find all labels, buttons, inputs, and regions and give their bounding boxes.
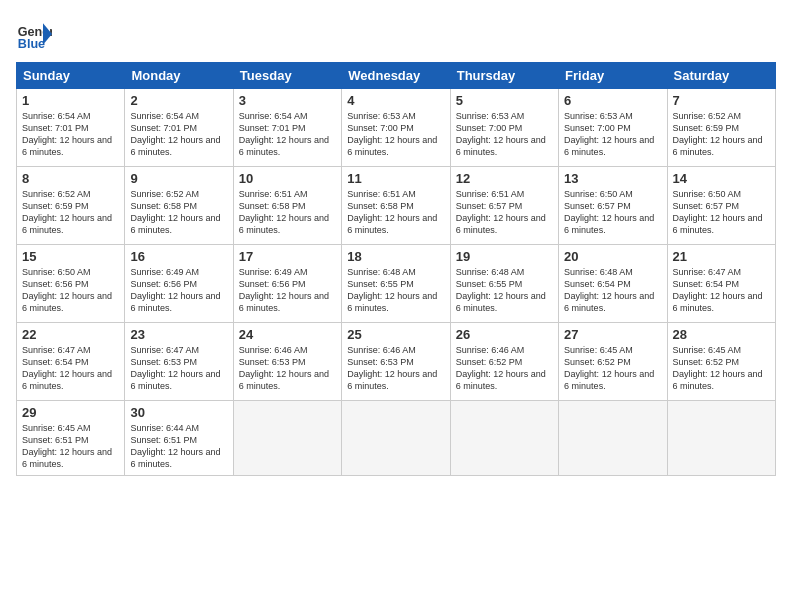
day-number: 9 [130, 171, 227, 186]
day-number: 19 [456, 249, 553, 264]
day-info: Sunrise: 6:51 AMSunset: 6:57 PMDaylight:… [456, 188, 553, 237]
calendar-cell [667, 401, 775, 476]
day-number: 3 [239, 93, 336, 108]
day-number: 5 [456, 93, 553, 108]
day-number: 8 [22, 171, 119, 186]
day-number: 24 [239, 327, 336, 342]
calendar-table: SundayMondayTuesdayWednesdayThursdayFrid… [16, 62, 776, 476]
calendar-cell: 25Sunrise: 6:46 AMSunset: 6:53 PMDayligh… [342, 323, 450, 401]
day-header-monday: Monday [125, 63, 233, 89]
calendar-cell: 15Sunrise: 6:50 AMSunset: 6:56 PMDayligh… [17, 245, 125, 323]
day-info: Sunrise: 6:47 AMSunset: 6:53 PMDaylight:… [130, 344, 227, 393]
day-number: 27 [564, 327, 661, 342]
day-info: Sunrise: 6:50 AMSunset: 6:56 PMDaylight:… [22, 266, 119, 315]
day-info: Sunrise: 6:53 AMSunset: 7:00 PMDaylight:… [347, 110, 444, 159]
calendar-cell: 17Sunrise: 6:49 AMSunset: 6:56 PMDayligh… [233, 245, 341, 323]
day-number: 7 [673, 93, 770, 108]
calendar-cell [559, 401, 667, 476]
day-number: 21 [673, 249, 770, 264]
day-number: 11 [347, 171, 444, 186]
day-header-tuesday: Tuesday [233, 63, 341, 89]
day-info: Sunrise: 6:53 AMSunset: 7:00 PMDaylight:… [564, 110, 661, 159]
day-number: 13 [564, 171, 661, 186]
day-info: Sunrise: 6:54 AMSunset: 7:01 PMDaylight:… [130, 110, 227, 159]
day-info: Sunrise: 6:47 AMSunset: 6:54 PMDaylight:… [22, 344, 119, 393]
calendar-cell: 19Sunrise: 6:48 AMSunset: 6:55 PMDayligh… [450, 245, 558, 323]
day-info: Sunrise: 6:48 AMSunset: 6:54 PMDaylight:… [564, 266, 661, 315]
calendar-cell: 20Sunrise: 6:48 AMSunset: 6:54 PMDayligh… [559, 245, 667, 323]
day-number: 12 [456, 171, 553, 186]
day-number: 18 [347, 249, 444, 264]
calendar-cell [450, 401, 558, 476]
day-info: Sunrise: 6:46 AMSunset: 6:53 PMDaylight:… [239, 344, 336, 393]
day-header-wednesday: Wednesday [342, 63, 450, 89]
calendar-cell: 6Sunrise: 6:53 AMSunset: 7:00 PMDaylight… [559, 89, 667, 167]
day-number: 2 [130, 93, 227, 108]
day-info: Sunrise: 6:45 AMSunset: 6:51 PMDaylight:… [22, 422, 119, 471]
calendar-cell: 9Sunrise: 6:52 AMSunset: 6:58 PMDaylight… [125, 167, 233, 245]
day-info: Sunrise: 6:48 AMSunset: 6:55 PMDaylight:… [347, 266, 444, 315]
day-info: Sunrise: 6:52 AMSunset: 6:59 PMDaylight:… [673, 110, 770, 159]
calendar-cell: 7Sunrise: 6:52 AMSunset: 6:59 PMDaylight… [667, 89, 775, 167]
day-info: Sunrise: 6:52 AMSunset: 6:58 PMDaylight:… [130, 188, 227, 237]
calendar-week-row: 15Sunrise: 6:50 AMSunset: 6:56 PMDayligh… [17, 245, 776, 323]
day-number: 20 [564, 249, 661, 264]
day-number: 10 [239, 171, 336, 186]
day-info: Sunrise: 6:54 AMSunset: 7:01 PMDaylight:… [22, 110, 119, 159]
day-info: Sunrise: 6:49 AMSunset: 6:56 PMDaylight:… [239, 266, 336, 315]
calendar-header-row: SundayMondayTuesdayWednesdayThursdayFrid… [17, 63, 776, 89]
calendar-week-row: 8Sunrise: 6:52 AMSunset: 6:59 PMDaylight… [17, 167, 776, 245]
day-info: Sunrise: 6:49 AMSunset: 6:56 PMDaylight:… [130, 266, 227, 315]
logo: General Blue [16, 16, 52, 52]
day-number: 29 [22, 405, 119, 420]
calendar-week-row: 29Sunrise: 6:45 AMSunset: 6:51 PMDayligh… [17, 401, 776, 476]
calendar-week-row: 1Sunrise: 6:54 AMSunset: 7:01 PMDaylight… [17, 89, 776, 167]
day-info: Sunrise: 6:48 AMSunset: 6:55 PMDaylight:… [456, 266, 553, 315]
day-header-sunday: Sunday [17, 63, 125, 89]
day-info: Sunrise: 6:51 AMSunset: 6:58 PMDaylight:… [239, 188, 336, 237]
calendar-cell: 11Sunrise: 6:51 AMSunset: 6:58 PMDayligh… [342, 167, 450, 245]
calendar-cell: 12Sunrise: 6:51 AMSunset: 6:57 PMDayligh… [450, 167, 558, 245]
day-number: 26 [456, 327, 553, 342]
calendar-cell: 8Sunrise: 6:52 AMSunset: 6:59 PMDaylight… [17, 167, 125, 245]
calendar-cell: 26Sunrise: 6:46 AMSunset: 6:52 PMDayligh… [450, 323, 558, 401]
day-info: Sunrise: 6:45 AMSunset: 6:52 PMDaylight:… [564, 344, 661, 393]
calendar-week-row: 22Sunrise: 6:47 AMSunset: 6:54 PMDayligh… [17, 323, 776, 401]
day-number: 6 [564, 93, 661, 108]
calendar-cell: 21Sunrise: 6:47 AMSunset: 6:54 PMDayligh… [667, 245, 775, 323]
day-info: Sunrise: 6:53 AMSunset: 7:00 PMDaylight:… [456, 110, 553, 159]
day-info: Sunrise: 6:50 AMSunset: 6:57 PMDaylight:… [673, 188, 770, 237]
calendar-cell: 28Sunrise: 6:45 AMSunset: 6:52 PMDayligh… [667, 323, 775, 401]
calendar-cell: 23Sunrise: 6:47 AMSunset: 6:53 PMDayligh… [125, 323, 233, 401]
calendar-cell: 10Sunrise: 6:51 AMSunset: 6:58 PMDayligh… [233, 167, 341, 245]
calendar-cell [342, 401, 450, 476]
day-number: 30 [130, 405, 227, 420]
day-info: Sunrise: 6:51 AMSunset: 6:58 PMDaylight:… [347, 188, 444, 237]
day-number: 1 [22, 93, 119, 108]
day-info: Sunrise: 6:54 AMSunset: 7:01 PMDaylight:… [239, 110, 336, 159]
calendar-cell: 29Sunrise: 6:45 AMSunset: 6:51 PMDayligh… [17, 401, 125, 476]
day-info: Sunrise: 6:46 AMSunset: 6:53 PMDaylight:… [347, 344, 444, 393]
day-number: 17 [239, 249, 336, 264]
day-number: 15 [22, 249, 119, 264]
day-info: Sunrise: 6:50 AMSunset: 6:57 PMDaylight:… [564, 188, 661, 237]
day-number: 16 [130, 249, 227, 264]
day-info: Sunrise: 6:44 AMSunset: 6:51 PMDaylight:… [130, 422, 227, 471]
day-number: 28 [673, 327, 770, 342]
calendar-cell: 5Sunrise: 6:53 AMSunset: 7:00 PMDaylight… [450, 89, 558, 167]
day-info: Sunrise: 6:52 AMSunset: 6:59 PMDaylight:… [22, 188, 119, 237]
day-info: Sunrise: 6:45 AMSunset: 6:52 PMDaylight:… [673, 344, 770, 393]
calendar-cell: 16Sunrise: 6:49 AMSunset: 6:56 PMDayligh… [125, 245, 233, 323]
calendar-cell: 13Sunrise: 6:50 AMSunset: 6:57 PMDayligh… [559, 167, 667, 245]
calendar-cell: 27Sunrise: 6:45 AMSunset: 6:52 PMDayligh… [559, 323, 667, 401]
calendar-cell: 3Sunrise: 6:54 AMSunset: 7:01 PMDaylight… [233, 89, 341, 167]
calendar-body: 1Sunrise: 6:54 AMSunset: 7:01 PMDaylight… [17, 89, 776, 476]
day-info: Sunrise: 6:47 AMSunset: 6:54 PMDaylight:… [673, 266, 770, 315]
day-info: Sunrise: 6:46 AMSunset: 6:52 PMDaylight:… [456, 344, 553, 393]
day-header-saturday: Saturday [667, 63, 775, 89]
day-header-friday: Friday [559, 63, 667, 89]
day-number: 25 [347, 327, 444, 342]
logo-icon: General Blue [16, 16, 52, 52]
svg-text:Blue: Blue [18, 37, 45, 51]
calendar-cell: 4Sunrise: 6:53 AMSunset: 7:00 PMDaylight… [342, 89, 450, 167]
